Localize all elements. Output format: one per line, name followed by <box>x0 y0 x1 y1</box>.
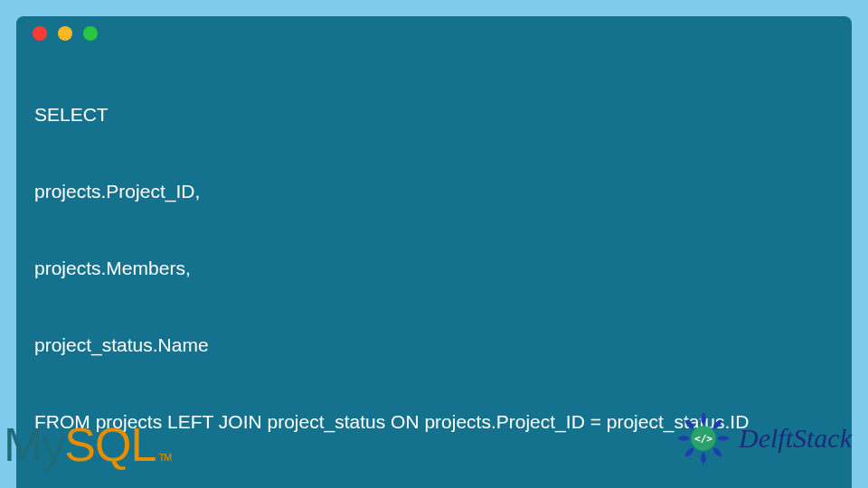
mysql-logo-tm: TM <box>158 452 171 463</box>
code-line: projects.Members, <box>34 256 834 281</box>
minimize-icon[interactable] <box>58 26 72 41</box>
close-icon[interactable] <box>33 26 47 41</box>
delftstack-badge-icon: </> <box>675 410 731 466</box>
mysql-logo: MySQLTM <box>4 418 171 472</box>
code-line: SELECT <box>34 102 834 127</box>
delftstack-logo: </> DelftStack <box>675 410 852 466</box>
mysql-logo-sql: SQL <box>64 418 156 472</box>
maximize-icon[interactable] <box>83 26 98 41</box>
window-titlebar <box>16 16 852 51</box>
mysql-logo-my: My <box>4 418 64 472</box>
delftstack-text: DelftStack <box>739 423 852 454</box>
code-line: project_status.Name <box>34 333 834 358</box>
code-line: projects.Project_ID, <box>34 179 834 204</box>
svg-text:</>: </> <box>694 433 712 445</box>
